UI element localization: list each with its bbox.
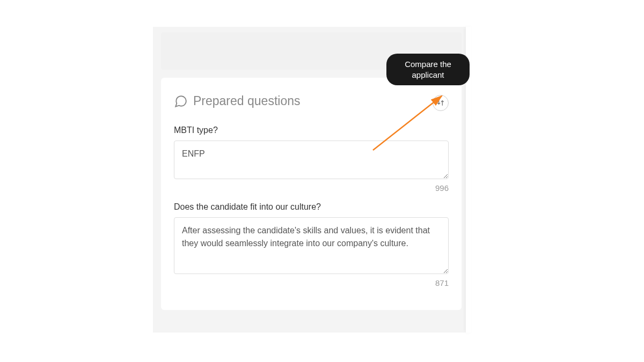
card-title: Prepared questions [193,94,300,108]
compare-applicant-button[interactable] [433,95,449,111]
mbti-type-textarea[interactable] [174,141,449,179]
question-label: MBTI type? [174,125,449,135]
prepared-questions-card: Prepared questions MBTI type? 996 Does t… [161,78,462,310]
culture-fit-textarea[interactable] [174,217,449,274]
chat-icon [174,94,188,108]
char-counter: 996 [174,183,449,193]
question-group-1: MBTI type? 996 [174,125,449,193]
compare-icon [436,98,445,108]
compare-tooltip: Compare the applicant [386,54,470,85]
question-label: Does the candidate fit into our culture? [174,202,449,212]
question-group-2: Does the candidate fit into our culture?… [174,202,449,287]
char-counter: 871 [174,278,449,287]
card-header: Prepared questions [174,94,449,108]
